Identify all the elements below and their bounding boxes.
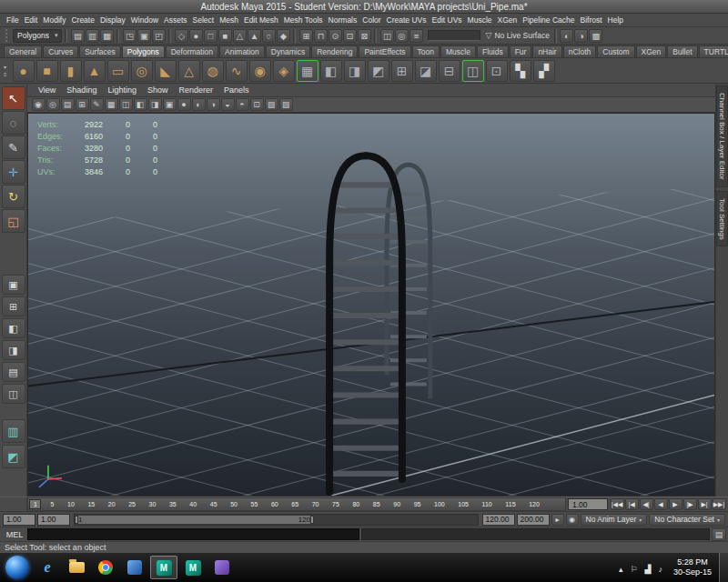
screen-ao-icon[interactable]: ▧ — [265, 98, 278, 111]
shelf-tab[interactable]: Fur — [510, 45, 532, 57]
construction-history-icon[interactable]: ≡ — [410, 29, 423, 43]
tab-channel-box-layer-editor[interactable]: Channel Box / Layer Editor — [716, 85, 728, 187]
script-editor-icon[interactable]: ▤ — [712, 528, 726, 541]
poly-cone-icon[interactable]: ▲ — [84, 60, 106, 82]
film-gate-icon[interactable]: ▦ — [105, 98, 118, 111]
snap-grid-icon[interactable]: ⊞ — [299, 29, 313, 43]
gate-mask-icon[interactable]: ◧ — [134, 98, 147, 111]
poly-sphere-icon[interactable]: ● — [13, 60, 35, 82]
shelf-tab[interactable]: Curves — [43, 45, 78, 57]
safe-title-icon[interactable]: ● — [177, 98, 191, 111]
panel-menu-item[interactable]: Lighting — [102, 85, 142, 95]
poly-helix-icon[interactable]: ∿ — [226, 60, 248, 82]
open-scene-icon[interactable]: ▥ — [86, 29, 99, 43]
poly-soccer-ball-icon[interactable]: ◉ — [249, 60, 271, 82]
taskbar-clock[interactable]: 5:28 PM 30-Sep-15 — [666, 557, 719, 577]
poly-torus-icon[interactable]: ◎ — [131, 60, 153, 82]
multi-cut-icon[interactable]: ◫ — [462, 60, 484, 82]
layout-four-pane[interactable]: ⊞ — [2, 296, 25, 316]
scale-tool[interactable]: ◱ — [2, 209, 25, 233]
mask-misc-icon[interactable]: ◆ — [277, 29, 290, 43]
output-connections-icon[interactable]: ◎ — [395, 29, 409, 43]
menu-item[interactable]: Edit UVs — [430, 15, 465, 25]
shelf-tab[interactable]: nHair — [532, 45, 561, 57]
safe-action-icon[interactable]: ▣ — [163, 98, 177, 111]
shelf-tab[interactable]: Bullet — [667, 45, 697, 57]
separate-icon[interactable]: ◨ — [344, 60, 366, 82]
panel-menu-item[interactable]: Shading — [61, 85, 102, 95]
menu-item[interactable]: File — [4, 15, 22, 25]
play-forwards-button[interactable]: ▶ — [669, 498, 682, 510]
mask-dynamics-icon[interactable]: ▲ — [248, 29, 261, 43]
rotate-tool[interactable]: ↻ — [2, 185, 25, 208]
smooth-shade-icon[interactable]: ◑ — [207, 98, 220, 111]
resolution-gate-icon[interactable]: ◫ — [119, 98, 133, 111]
mask-deformations-icon[interactable]: △ — [233, 29, 247, 43]
shelf-menu-list-icon[interactable]: ≡ — [2, 71, 9, 78]
poly-cube-icon[interactable]: ■ — [36, 60, 58, 82]
menu-item[interactable]: Modify — [40, 15, 68, 25]
textured-icon[interactable]: ◒ — [221, 98, 235, 111]
auto-keyframe-icon[interactable]: ◉ — [566, 514, 579, 526]
shelf-tab[interactable]: General — [4, 45, 42, 57]
playback-end-field[interactable]: 120.00 — [482, 514, 515, 526]
menu-item[interactable]: Create — [68, 15, 97, 25]
shelf-menu-control[interactable]: ▾ ≡ — [2, 64, 9, 78]
poly-pipe-icon[interactable]: ◍ — [202, 60, 224, 82]
grease-pencil-icon[interactable]: ✎ — [90, 98, 104, 111]
snap-point-icon[interactable]: ⊙ — [329, 29, 342, 43]
start-button[interactable] — [5, 556, 29, 579]
select-component-icon[interactable]: ◰ — [152, 29, 166, 43]
menu-set-dropdown[interactable]: Polygons ▾ — [13, 29, 62, 43]
menu-item[interactable]: Help — [605, 15, 626, 25]
mask-surfaces-icon[interactable]: ■ — [218, 29, 232, 43]
panel-menu-item[interactable]: View — [33, 85, 61, 95]
range-slider-track[interactable]: 1 120 — [74, 514, 479, 526]
select-object-icon[interactable]: ▣ — [137, 29, 151, 43]
shelf-tab[interactable]: Fluids — [477, 45, 509, 57]
poly-pyramid-icon[interactable]: △ — [178, 60, 200, 82]
menu-item[interactable]: Select — [190, 15, 217, 25]
layout-three-split[interactable]: ▤ — [2, 362, 25, 382]
network-icon[interactable]: ▟ — [642, 565, 655, 574]
tray-expand-icon[interactable]: ▴ — [615, 565, 627, 574]
paint-select-tool[interactable]: ✎ — [2, 135, 25, 159]
menu-item[interactable]: Muscle — [465, 15, 495, 25]
panel-menu-item[interactable]: Show — [142, 85, 174, 95]
use-lights-icon[interactable]: ◓ — [236, 98, 249, 111]
live-surface-icon[interactable]: ▽ — [485, 31, 491, 40]
shadows-icon[interactable]: ⊡ — [250, 98, 264, 111]
shelf-tab[interactable]: Dynamics — [266, 45, 310, 57]
shelf-tab[interactable]: Custom — [597, 45, 634, 57]
taskbar-maya2-icon[interactable]: M — [179, 556, 207, 579]
taskbar-explorer-icon[interactable] — [63, 556, 90, 579]
shelf-menu-arrow-icon[interactable]: ▾ — [2, 64, 9, 71]
shelf-tab[interactable]: PaintEffects — [359, 45, 410, 57]
command-line-mode-label[interactable]: MEL — [2, 530, 27, 539]
step-forward-frame-button[interactable]: ▶| — [698, 498, 712, 510]
playback-start-field[interactable]: 1.00 — [37, 514, 70, 526]
layout-uv-editor-persp[interactable]: ◩ — [2, 445, 25, 468]
volume-icon[interactable]: ♪ — [654, 565, 666, 574]
combine-icon[interactable]: ◧ — [320, 60, 342, 82]
range-slider-bar[interactable]: 1 120 — [76, 516, 313, 524]
image-plane-icon[interactable]: ▤ — [61, 98, 75, 111]
play-backwards-button[interactable]: ◀ — [654, 498, 668, 510]
extrude-icon[interactable]: ⊞ — [391, 60, 413, 82]
panel-menu-item[interactable]: Renderer — [173, 85, 218, 95]
shelf-tab[interactable]: nCloth — [563, 45, 597, 57]
menu-item[interactable]: Bifrost — [577, 15, 604, 25]
bookmark-icon[interactable]: ◎ — [46, 98, 60, 111]
shelf-tab[interactable]: TURTLE — [699, 45, 728, 57]
menu-item[interactable]: Display — [97, 15, 128, 25]
step-back-frame-button[interactable]: |◀ — [625, 498, 639, 510]
step-forward-key-button[interactable]: |▶ — [683, 498, 697, 510]
taskbar-ie-icon[interactable]: e — [34, 556, 61, 579]
title-bar[interactable]: Autodesk Maya 2015 - Student Version: D:… — [0, 0, 728, 14]
uv-checker2-icon[interactable]: ▞ — [533, 60, 555, 82]
shelf-tab[interactable]: Toon — [412, 45, 440, 57]
mask-handles-icon[interactable]: ◇ — [175, 29, 188, 43]
poly-prism-icon[interactable]: ◣ — [155, 60, 177, 82]
tab-tool-settings[interactable]: Tool Settings — [716, 191, 728, 247]
go-to-end-button[interactable]: ▶▶| — [713, 498, 726, 510]
